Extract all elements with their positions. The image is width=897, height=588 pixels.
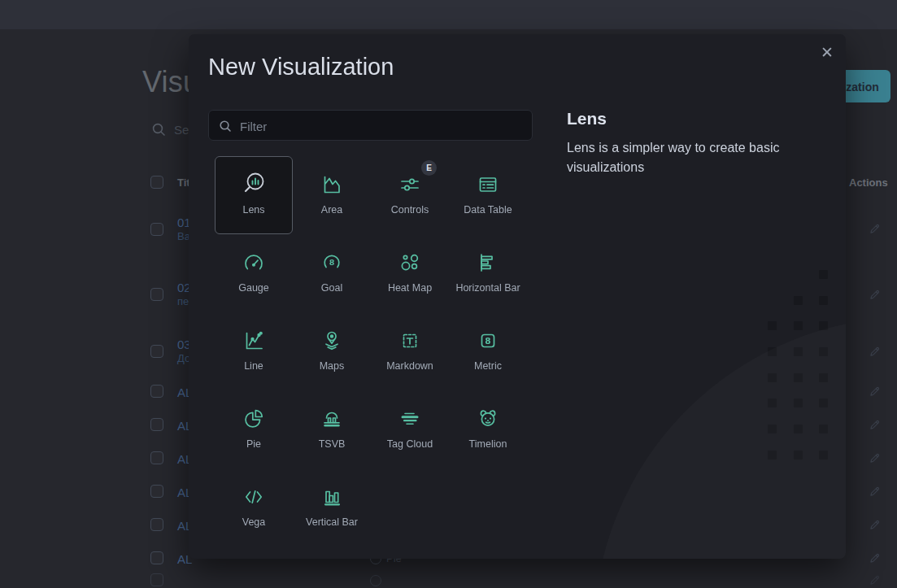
viz-type-label: Metric xyxy=(450,360,526,372)
markdown-icon xyxy=(372,325,448,356)
controls-icon xyxy=(372,169,448,200)
viz-type-vertical-bar[interactable]: Vertical Bar xyxy=(293,468,371,547)
lens-icon xyxy=(216,169,292,200)
viz-type-label: TSVB xyxy=(294,438,370,450)
area-icon xyxy=(294,169,370,200)
decoration-square xyxy=(819,270,828,279)
type-icon xyxy=(370,575,381,586)
viz-type-label: Controls xyxy=(372,204,448,216)
pie-icon xyxy=(216,403,292,434)
search-icon xyxy=(151,122,166,140)
gauge-icon xyxy=(216,247,292,278)
edit-pencil-icon[interactable] xyxy=(869,573,882,588)
viz-type-heat-map[interactable]: Heat Map xyxy=(371,234,449,312)
maps-icon xyxy=(294,325,370,356)
viz-type-markdown[interactable]: Markdown xyxy=(371,312,449,390)
search-icon xyxy=(219,120,232,136)
edit-pencil-icon[interactable] xyxy=(869,385,882,401)
circle-decoration xyxy=(594,317,846,559)
viz-type-label: Heat Map xyxy=(372,282,448,294)
row-checkbox[interactable] xyxy=(150,288,163,301)
visualization-type-grid: LensArea EControls Data TableGauge8GoalH… xyxy=(215,156,527,547)
viz-type-label: Pie xyxy=(216,438,292,450)
row-checkbox[interactable] xyxy=(150,518,163,531)
modal-title: New Visualization xyxy=(208,54,394,81)
row-checkbox[interactable] xyxy=(150,485,163,498)
viz-type-label: Area xyxy=(294,204,370,216)
edit-pencil-icon[interactable] xyxy=(869,418,882,434)
viz-type-area[interactable]: Area xyxy=(293,156,371,234)
viz-type-label: Line xyxy=(216,360,292,372)
viz-type-label: Tag Cloud xyxy=(372,438,448,450)
tsvb-icon xyxy=(294,403,370,434)
viz-type-label: Maps xyxy=(294,360,370,372)
row-checkbox[interactable] xyxy=(150,451,163,464)
data-table-icon xyxy=(450,169,526,200)
experimental-badge: E xyxy=(421,160,437,176)
edit-pencil-icon[interactable] xyxy=(869,485,882,501)
line-icon xyxy=(216,325,292,356)
metric-icon: 8 xyxy=(450,325,526,356)
row-checkbox[interactable] xyxy=(150,385,163,398)
viz-type-controls[interactable]: EControls xyxy=(371,156,449,234)
heat-map-icon xyxy=(372,247,448,278)
viz-type-tsvb[interactable]: TSVB xyxy=(293,390,371,468)
viz-type-gauge[interactable]: Gauge xyxy=(215,234,293,312)
viz-type-pie[interactable]: Pie xyxy=(215,390,293,468)
viz-type-label: Gauge xyxy=(216,282,292,294)
goal-icon: 8 xyxy=(294,247,370,278)
svg-text:8: 8 xyxy=(485,336,490,346)
viz-type-label: Data Table xyxy=(450,204,526,216)
tag-cloud-icon xyxy=(372,403,448,434)
filter-search-box xyxy=(208,110,533,141)
filter-input[interactable] xyxy=(238,111,526,141)
viz-type-horizontal-bar[interactable]: Horizontal Bar xyxy=(449,234,527,312)
viz-type-metric[interactable]: 8Metric xyxy=(449,312,527,390)
row-checkbox[interactable] xyxy=(150,573,163,586)
viz-type-lens[interactable]: Lens xyxy=(215,156,293,234)
column-header-actions: Actions xyxy=(849,176,888,189)
viz-type-timelion[interactable]: Timelion xyxy=(449,390,527,468)
viz-type-label: Vertical Bar xyxy=(294,516,370,528)
type-cell xyxy=(370,575,386,586)
top-navbar xyxy=(0,0,897,29)
detail-heading: Lens xyxy=(567,109,607,128)
viz-type-goal[interactable]: 8Goal xyxy=(293,234,371,312)
vertical-bar-icon xyxy=(294,481,370,512)
viz-type-line[interactable]: Line xyxy=(215,312,293,390)
row-checkbox[interactable] xyxy=(150,418,163,431)
edit-pencil-icon[interactable] xyxy=(869,551,882,568)
viz-type-label: Lens xyxy=(216,204,292,216)
edit-pencil-icon[interactable] xyxy=(869,288,882,304)
edit-pencil-icon[interactable] xyxy=(869,222,882,238)
row-checkbox[interactable] xyxy=(150,345,163,358)
decoration-square xyxy=(794,296,803,305)
decoration-square xyxy=(819,296,828,305)
viz-type-label: Horizontal Bar xyxy=(450,282,526,294)
decoration-square xyxy=(768,321,777,330)
decoration-square xyxy=(794,321,803,330)
select-all-checkbox[interactable] xyxy=(150,176,163,189)
edit-pencil-icon[interactable] xyxy=(869,345,882,361)
row-checkbox[interactable] xyxy=(150,223,163,236)
viz-type-label: Markdown xyxy=(372,360,448,372)
edit-pencil-icon[interactable] xyxy=(869,518,882,534)
row-checkbox[interactable] xyxy=(150,551,163,564)
viz-type-vega[interactable]: Vega xyxy=(215,468,293,547)
vega-icon xyxy=(216,481,292,512)
viz-type-tag-cloud[interactable]: Tag Cloud xyxy=(371,390,449,468)
edit-pencil-icon[interactable] xyxy=(869,451,882,468)
svg-text:8: 8 xyxy=(329,258,335,267)
viz-type-label: Vega xyxy=(216,516,292,528)
viz-type-label: Timelion xyxy=(450,438,526,450)
timelion-icon xyxy=(450,403,526,434)
horizontal-bar-icon xyxy=(450,247,526,278)
viz-type-label: Goal xyxy=(294,282,370,294)
viz-type-maps[interactable]: Maps xyxy=(293,312,371,390)
close-icon[interactable]: ✕ xyxy=(815,41,839,65)
new-visualization-modal: ✕ New Visualization LensArea EControls D… xyxy=(189,34,846,559)
viz-type-data-table[interactable]: Data Table xyxy=(449,156,527,234)
detail-description: Lens is a simpler way to create basic vi… xyxy=(567,138,806,177)
visualization-sublink[interactable]: пе xyxy=(177,295,189,307)
